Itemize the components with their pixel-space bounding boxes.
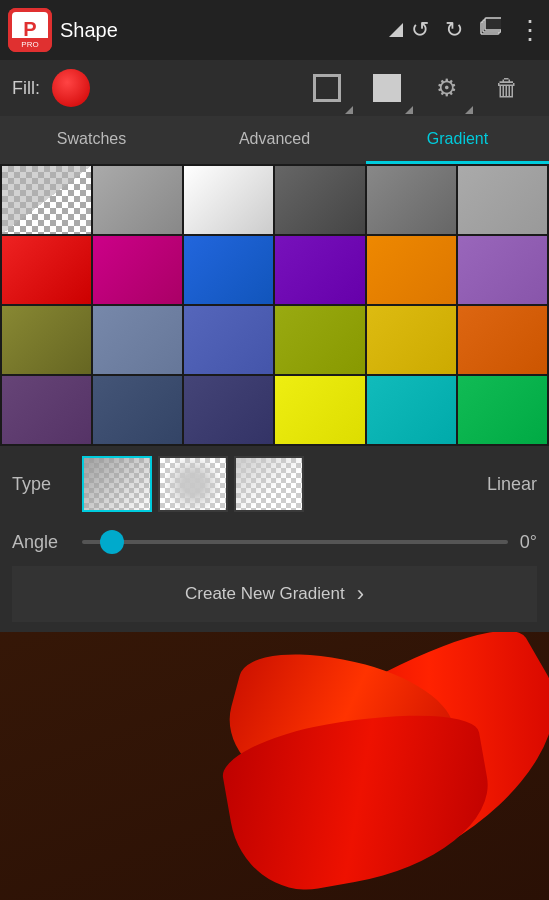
undo-button[interactable]: ↺ bbox=[411, 17, 429, 43]
angle-value: 0° bbox=[520, 532, 537, 553]
swatch-transparent[interactable] bbox=[2, 166, 91, 234]
create-gradient-label: Create New Gradient bbox=[185, 584, 345, 604]
layers-button[interactable] bbox=[479, 16, 501, 44]
trash-icon: 🗑 bbox=[495, 74, 519, 102]
gear-icon: ⚙ bbox=[436, 74, 458, 102]
fill-color-indicator[interactable] bbox=[52, 69, 90, 107]
swatch-dark-1[interactable] bbox=[275, 166, 364, 234]
angle-thumb[interactable] bbox=[100, 530, 124, 554]
swatch-gray-2[interactable] bbox=[367, 166, 456, 234]
filled-square-icon bbox=[373, 74, 401, 102]
gradient-type-linear[interactable] bbox=[82, 456, 152, 512]
angle-track bbox=[82, 540, 508, 544]
toolbar-actions: ↺ ↻ ⋮ bbox=[411, 15, 541, 46]
gradient-type-sweep[interactable] bbox=[234, 456, 304, 512]
swatch-slate[interactable] bbox=[93, 306, 182, 374]
fill-delete-button[interactable]: 🗑 bbox=[477, 60, 537, 116]
swatch-yellow[interactable] bbox=[275, 376, 364, 444]
tabs-bar: Swatches Advanced Gradient bbox=[0, 116, 549, 164]
svg-text:P: P bbox=[23, 18, 36, 40]
swatch-red[interactable] bbox=[2, 236, 91, 304]
swatch-lime[interactable] bbox=[275, 306, 364, 374]
angle-slider[interactable] bbox=[82, 530, 508, 554]
corner-triangle-2 bbox=[405, 106, 413, 114]
type-label: Type bbox=[12, 474, 82, 495]
swatch-gray-1[interactable] bbox=[93, 166, 182, 234]
swatch-orange[interactable] bbox=[367, 236, 456, 304]
swatch-blue[interactable] bbox=[184, 236, 273, 304]
more-button[interactable]: ⋮ bbox=[517, 15, 541, 46]
create-gradient-arrow-icon: › bbox=[357, 581, 364, 607]
swatch-teal[interactable] bbox=[367, 376, 456, 444]
outline-square-icon bbox=[313, 74, 341, 102]
swatch-dark-purple[interactable] bbox=[2, 376, 91, 444]
gradient-type-radial[interactable] bbox=[158, 456, 228, 512]
corner-indicator bbox=[389, 23, 403, 37]
type-row: Type bbox=[12, 456, 537, 512]
fill-bar: Fill: ⚙ 🗑 bbox=[0, 60, 549, 116]
swatch-lavender[interactable] bbox=[458, 236, 547, 304]
swatch-navy[interactable] bbox=[93, 376, 182, 444]
swatch-indigo[interactable] bbox=[184, 306, 273, 374]
angle-row: Angle 0° bbox=[12, 522, 537, 562]
toolbar: P PRO Shape ↺ ↻ ⋮ bbox=[0, 0, 549, 60]
swatch-white[interactable] bbox=[184, 166, 273, 234]
gradient-section: Type bbox=[0, 446, 549, 632]
fill-settings-button[interactable]: ⚙ bbox=[417, 60, 477, 116]
swatch-gold[interactable] bbox=[367, 306, 456, 374]
color-panel: Swatches Advanced Gradient bbox=[0, 116, 549, 632]
create-gradient-button[interactable]: Create New Gradient › bbox=[12, 566, 537, 622]
swatches-grid bbox=[0, 164, 549, 446]
tab-swatches[interactable]: Swatches bbox=[0, 116, 183, 164]
fill-solid-button[interactable] bbox=[357, 60, 417, 116]
angle-label: Angle bbox=[12, 532, 82, 553]
swatch-burnt-orange[interactable] bbox=[458, 306, 547, 374]
svg-text:PRO: PRO bbox=[21, 40, 38, 49]
swatch-purple[interactable] bbox=[275, 236, 364, 304]
redo-button[interactable]: ↻ bbox=[445, 17, 463, 43]
fill-actions: ⚙ 🗑 bbox=[297, 60, 537, 116]
fill-outline-button[interactable] bbox=[297, 60, 357, 116]
corner-triangle-3 bbox=[465, 106, 473, 114]
tab-gradient[interactable]: Gradient bbox=[366, 116, 549, 164]
type-options bbox=[82, 456, 487, 512]
corner-triangle-1 bbox=[345, 106, 353, 114]
app-logo: P PRO bbox=[8, 8, 52, 52]
tab-advanced[interactable]: Advanced bbox=[183, 116, 366, 164]
swatch-magenta[interactable] bbox=[93, 236, 182, 304]
page-title: Shape bbox=[60, 19, 389, 42]
swatch-green[interactable] bbox=[458, 376, 547, 444]
swatch-gray-3[interactable] bbox=[458, 166, 547, 234]
fill-label: Fill: bbox=[12, 78, 40, 99]
swatch-olive[interactable] bbox=[2, 306, 91, 374]
swatch-dark-blue[interactable] bbox=[184, 376, 273, 444]
svg-rect-7 bbox=[485, 18, 501, 30]
gradient-type-value: Linear bbox=[487, 474, 537, 495]
